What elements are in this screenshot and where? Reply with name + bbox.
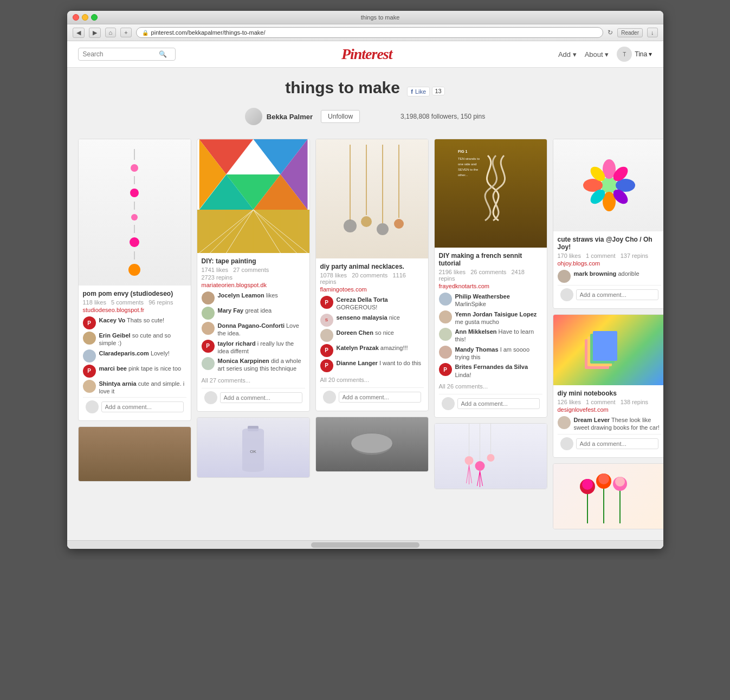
pin-comment: P Dianne Langer I want to do this <box>320 359 424 372</box>
pin-image-tassel <box>435 424 547 489</box>
user-menu[interactable]: T Tina ▾ <box>617 47 652 62</box>
pinterest-logo[interactable]: Pinterest <box>341 46 392 63</box>
fb-icon: f <box>411 88 413 95</box>
maximize-button[interactable] <box>91 14 98 21</box>
pin-image-bottle: OK <box>197 418 309 477</box>
pin-source[interactable]: ohjoy.blogs.com <box>558 260 661 267</box>
comment-text: Cereza Della Torta GORGEROUS! <box>337 296 424 312</box>
search-icon: 🔍 <box>159 50 167 58</box>
comment-text: Monica Karppinen did a whole art series … <box>218 357 305 373</box>
comment-input[interactable] <box>457 398 540 409</box>
owner-name[interactable]: Bekka Palmer <box>267 113 313 121</box>
svg-line-8 <box>199 210 253 253</box>
pin-card[interactable]: DIY: tape painting 1741 likes 27 comment… <box>197 139 310 412</box>
comment-input[interactable] <box>220 392 302 403</box>
svg-point-62 <box>598 474 609 484</box>
pin-source[interactable]: frayedknotarts.com <box>439 283 542 289</box>
traffic-lights <box>73 14 98 21</box>
all-comments-link[interactable]: All 26 comments... <box>439 381 542 392</box>
all-comments-link[interactable]: All 20 comments... <box>320 374 424 385</box>
comment-input[interactable] <box>339 392 421 403</box>
pin-content: DIY making a french sennit tutorial 2196… <box>435 248 547 417</box>
fb-like-button[interactable]: f Like <box>407 87 430 96</box>
pin-comment: P Katelyn Prazak amazing!!! <box>320 344 424 357</box>
all-comments-link[interactable]: All 27 comments... <box>202 375 305 386</box>
commenter-avatar-self <box>204 391 217 404</box>
pin-comment: P taylor richard i really luv the idea d… <box>202 340 305 355</box>
pin-comment: S senseno malaysia nice <box>320 314 424 327</box>
minimize-button[interactable] <box>82 14 88 21</box>
svg-line-9 <box>253 210 307 253</box>
url-text: pinterest.com/bekkapalmer/things-to-make… <box>151 29 266 36</box>
comment-input-area <box>202 388 305 407</box>
like-count: 13 <box>432 87 445 95</box>
pin-comment: P Cereza Della Torta GORGEROUS! <box>320 296 424 312</box>
pin-column-3: FIG 1 TEN strands to one side and SEVEN … <box>434 139 547 489</box>
svg-text:FIG 1: FIG 1 <box>458 150 468 153</box>
search-box[interactable]: 🔍 <box>78 48 176 61</box>
comment-text: Claradeparis.com Lovely! <box>99 349 170 357</box>
search-input[interactable] <box>83 50 159 58</box>
pin-source[interactable]: flamingotoes.com <box>320 286 424 293</box>
comment-input[interactable] <box>576 438 658 449</box>
svg-point-36 <box>487 454 494 462</box>
commenter-avatar-self <box>442 397 455 410</box>
pin-title: diy mini notebooks <box>558 390 661 397</box>
pin-source[interactable]: studiodeseo.blogspot.fr <box>83 307 186 313</box>
pin-card[interactable]: FIG 1 TEN strands to one side and SEVEN … <box>434 139 547 418</box>
about-button[interactable]: About ▾ <box>585 50 609 59</box>
pin-card[interactable]: pom pom envy (studiodeseo) 118 likes 5 c… <box>78 139 191 421</box>
pin-source[interactable]: designlovefest.com <box>558 406 661 413</box>
svg-line-40 <box>477 471 480 486</box>
comment-text: Jocelyn Leamon likes <box>218 291 278 299</box>
pin-card[interactable]: OK <box>197 417 310 478</box>
pin-image-notebooks <box>553 315 663 385</box>
pin-card[interactable]: cute straws via @Joy Cho / Oh Joy! 170 l… <box>553 139 663 309</box>
address-bar[interactable]: 🔒 pinterest.com/bekkapalmer/things-to-ma… <box>136 27 604 38</box>
pin-card[interactable]: diy party animal necklaces. 1078 likes 2… <box>315 139 429 411</box>
commenter-avatar-self <box>323 391 336 404</box>
svg-point-64 <box>615 477 625 487</box>
unfollow-button[interactable]: Unfollow <box>321 110 360 123</box>
comment-text: senseno malaysia nice <box>337 314 400 321</box>
commenter-avatar-self <box>560 288 573 301</box>
pin-card[interactable] <box>78 426 191 482</box>
download-button[interactable]: ↓ <box>647 28 658 37</box>
pin-title: DIY making a french sennit tutorial <box>439 252 542 267</box>
new-tab-button[interactable]: + <box>120 28 131 37</box>
add-button[interactable]: Add ▾ <box>558 50 577 59</box>
window-title: things to make <box>103 14 658 21</box>
nav-bar: ◀ ▶ ⌂ + 🔒 pinterest.com/bekkapalmer/thin… <box>67 24 663 41</box>
owner-avatar <box>245 108 262 125</box>
svg-text:other...: other... <box>458 173 468 177</box>
reader-button[interactable]: Reader <box>617 28 643 37</box>
comment-input[interactable] <box>576 289 658 300</box>
back-button[interactable]: ◀ <box>73 28 85 38</box>
comment-text: Erin Geibel so cute and so simple :) <box>99 332 186 347</box>
board-title: things to make <box>285 79 400 96</box>
board-info: Bekka Palmer Unfollow 3,198,808 follower… <box>67 102 663 133</box>
comment-text: Mary Fay great idea <box>218 307 272 314</box>
horizontal-scrollbar[interactable] <box>311 542 419 548</box>
commenter-avatar: P <box>320 296 333 309</box>
commenter-avatar: P <box>320 359 333 372</box>
commenter-avatar <box>83 349 96 362</box>
comment-input[interactable] <box>101 401 184 412</box>
pin-card[interactable] <box>434 423 547 489</box>
svg-point-25 <box>351 433 392 453</box>
reload-button[interactable]: ↻ <box>608 29 613 36</box>
close-button[interactable] <box>73 14 79 21</box>
home-button[interactable]: ⌂ <box>105 28 117 37</box>
pin-stats-2: 2723 repins <box>202 274 305 281</box>
forward-button[interactable]: ▶ <box>89 28 101 38</box>
pin-source[interactable]: mariateorien.blogspot.dk <box>202 282 305 288</box>
pin-image-bowl <box>316 417 428 471</box>
commenter-avatar: P <box>83 365 96 378</box>
pin-title: pom pom envy (studiodeseo) <box>83 290 186 297</box>
pin-card[interactable]: diy mini notebooks 126 likes 1 comment 1… <box>553 314 663 458</box>
pin-card[interactable] <box>553 463 663 529</box>
pin-content: pom pom envy (studiodeseo) 118 likes 5 c… <box>79 286 191 420</box>
pin-image-flowers <box>553 139 663 231</box>
comment-text: Doreen Chen so nice <box>337 329 394 336</box>
pin-card[interactable] <box>315 417 429 472</box>
